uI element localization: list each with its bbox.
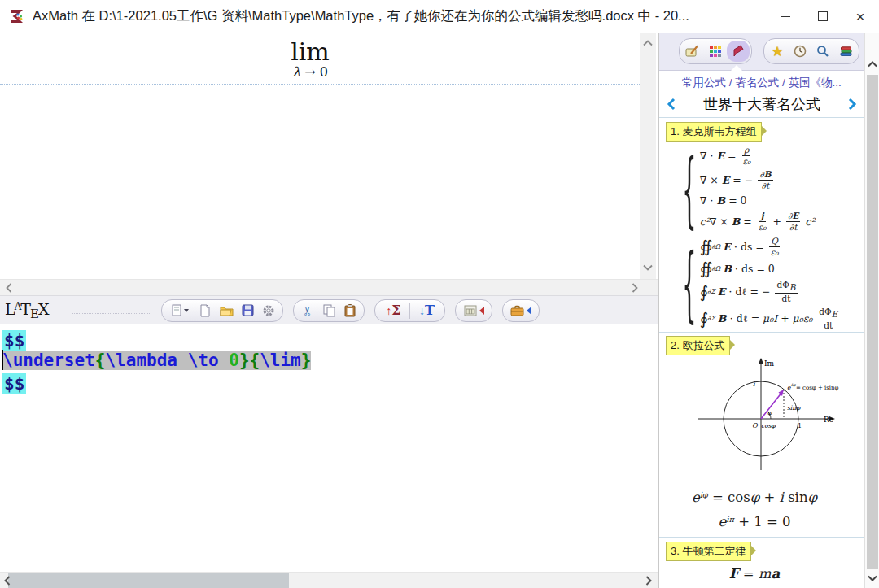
left-brace: { xyxy=(682,147,696,229)
minimize-icon xyxy=(781,16,790,17)
canvas-scroll-down-button[interactable] xyxy=(642,262,654,273)
paste-clipboard-icon xyxy=(344,304,356,317)
editor-menu-button[interactable] xyxy=(165,302,195,320)
sidebar-scrollbar[interactable] xyxy=(864,33,879,588)
axmath-window: AxMath 在 D:\1-2021.05工作\G 资料\MathType\Ma… xyxy=(0,0,879,588)
active-tab-notch xyxy=(731,65,742,71)
sidebar-scroll-thumb[interactable] xyxy=(867,75,878,569)
cos-label: cosφ xyxy=(761,422,776,429)
chevron-left-icon xyxy=(667,98,676,111)
paste-button[interactable] xyxy=(339,302,361,320)
library-toggle-group xyxy=(502,299,540,322)
code-line-3: $$ xyxy=(0,372,659,395)
code-tokens: $$ xyxy=(2,374,26,394)
origin-label: O xyxy=(752,422,759,429)
maxwell-int-rows: ∯∂ΩE ⋅ ds = Qε₀ ∯∂ΩB ⋅ ds = 0 ∮∂ΣE ⋅ dℓ … xyxy=(700,234,842,332)
down-arrow-icon: ↓ xyxy=(419,304,425,317)
books-icon xyxy=(839,45,853,58)
search-icon xyxy=(816,45,829,58)
handwriting-input-button[interactable] xyxy=(681,41,704,62)
symbol-palette-button[interactable] xyxy=(704,41,727,62)
new-file-button[interactable] xyxy=(195,302,216,320)
copy-button[interactable] xyxy=(318,302,339,320)
text-caret xyxy=(2,350,3,370)
editor-scroll-right-button[interactable] xyxy=(643,575,654,586)
collapse-left-blue-icon xyxy=(527,307,531,315)
settings-button[interactable] xyxy=(258,302,279,320)
canvas-scroll-left-button[interactable] xyxy=(3,282,15,294)
chevron-up-icon xyxy=(643,40,653,46)
editor-scroll-left-button[interactable] xyxy=(2,575,13,586)
canvas-guide-line xyxy=(0,84,640,85)
get-from-text-button[interactable]: ↓T xyxy=(412,302,441,320)
math-row: c²∇ × B = jε₀ + ∂E∂t c² xyxy=(700,211,816,231)
minimize-button[interactable] xyxy=(767,0,804,33)
maxwell-diff-rows: ∇ ⋅ E = ρε₀ ∇ × E = − ∂B∂t ∇ ⋅ B = 0 c²∇… xyxy=(700,143,816,233)
tip-label-expansion: = cosφ + isinφ xyxy=(796,385,839,391)
favorites-button[interactable]: ★ xyxy=(766,41,789,62)
toggle-symbol-panel-button[interactable] xyxy=(459,302,488,320)
open-file-button[interactable] xyxy=(216,302,237,320)
equation-canvas[interactable]: lim λ → 0 xyxy=(0,33,640,279)
history-button[interactable] xyxy=(789,41,811,62)
formula-lim: lim xyxy=(261,39,359,65)
library-books-button[interactable] xyxy=(834,41,857,62)
close-icon: × xyxy=(855,9,864,24)
maximize-button[interactable] xyxy=(804,0,842,33)
send-to-equation-button[interactable]: ↑Σ xyxy=(378,302,408,320)
next-category-button[interactable] xyxy=(840,94,864,115)
formula-euler-identity-general[interactable]: eiφ = cosφ + i sinφ xyxy=(659,490,850,505)
open-folder-icon xyxy=(220,305,234,316)
bookmark-icon xyxy=(732,45,744,58)
math-row: ∇ ⋅ E = ρε₀ xyxy=(700,146,816,165)
chevron-left-icon xyxy=(6,283,12,293)
panel-title-row: 世界十大著名公式 xyxy=(659,93,864,115)
section-label-newton: 3. 牛顿第二定律 xyxy=(666,542,751,561)
search-button[interactable] xyxy=(811,41,834,62)
scissors-icon: ✂ xyxy=(300,305,315,316)
panel-toggle-group xyxy=(455,299,492,322)
angle-label-phi: φ xyxy=(767,409,772,416)
save-button[interactable] xyxy=(237,302,258,320)
code-tokens: $$ xyxy=(2,331,26,351)
save-floppy-icon xyxy=(242,304,254,316)
axis-label-im: Im xyxy=(764,359,775,368)
famous-formulas-button[interactable] xyxy=(727,41,750,62)
briefcase-icon xyxy=(510,305,524,316)
section-label-maxwell: 1. 麦克斯韦方程组 xyxy=(666,122,762,142)
canvas-hscrollbar[interactable] xyxy=(0,279,659,297)
editor-hscrollbar[interactable] xyxy=(0,572,659,588)
euler-unit-circle-diagram[interactable]: Im i Re 1 O φ cosφ sinφ e iφ = cosφ + is… xyxy=(676,355,846,483)
breadcrumb[interactable]: 常用公式 / 著名公式 / 英国《物... xyxy=(659,76,864,90)
formula-newton-second-law[interactable]: F = ma xyxy=(659,566,850,581)
canvas-scroll-up-button[interactable] xyxy=(642,37,654,49)
math-row: ∮∂ΣB ⋅ dℓ = μ₀I + μ₀ε₀ dΦEdt xyxy=(700,307,842,329)
previous-category-button[interactable] xyxy=(659,94,684,115)
text-t-icon: T xyxy=(425,303,435,318)
clipboard-button-group: ✂ xyxy=(293,299,365,322)
sidebar-scroll-up-button[interactable] xyxy=(867,59,878,70)
section-divider xyxy=(659,117,864,118)
toolbar-drag-handle[interactable] xyxy=(72,307,151,314)
close-button[interactable]: × xyxy=(842,0,879,33)
chevron-right-icon xyxy=(632,283,638,293)
toggle-library-button[interactable] xyxy=(506,302,536,320)
maximize-icon xyxy=(818,11,828,21)
cut-button[interactable]: ✂ xyxy=(297,302,318,320)
canvas-scroll-right-button[interactable] xyxy=(629,282,641,294)
formula-maxwell-differential[interactable]: { ∇ ⋅ E = ρε₀ ∇ × E = − ∂B∂t ∇ ⋅ B = 0 c… xyxy=(680,143,815,233)
formula-maxwell-integral[interactable]: { ∯∂ΩE ⋅ ds = Qε₀ ∯∂ΩB ⋅ ds = 0 ∮∂ΣE ⋅ d… xyxy=(680,234,841,332)
chevron-right-icon xyxy=(847,98,857,111)
left-brace: { xyxy=(682,242,696,324)
sidebar-scroll-down-button[interactable] xyxy=(867,573,878,584)
panel-title: 世界十大著名公式 xyxy=(684,94,840,114)
up-arrow-icon: ↑ xyxy=(386,304,391,317)
sigma-icon: Σ xyxy=(391,303,400,318)
latex-code-editor[interactable]: $$ \underset{\lambda \to 0}{\lim} $$ xyxy=(0,324,659,572)
canvas-vscrollbar[interactable] xyxy=(640,33,656,279)
panel-grid-icon xyxy=(464,305,477,316)
math-row: ∯∂ΩE ⋅ ds = Qε₀ xyxy=(700,237,842,256)
chevron-right-icon xyxy=(645,576,652,586)
editor-hscroll-thumb[interactable] xyxy=(8,573,289,588)
formula-euler-identity-pi[interactable]: eiπ + 1 = 0 xyxy=(659,514,850,529)
